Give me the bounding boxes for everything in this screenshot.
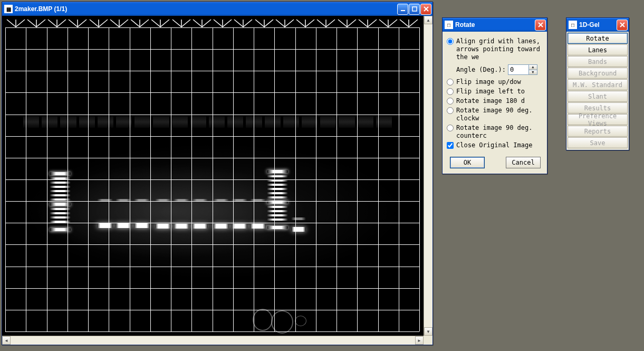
lane-arrow-icon (399, 18, 419, 28)
radio-flip-updown-label: Flip image up/dow (456, 78, 521, 86)
radio-rotate-90ccw-label: Rotate image 90 deg. counterc (456, 124, 544, 140)
angle-spinner[interactable]: ▲ ▼ (508, 64, 537, 75)
minimize-button[interactable] (397, 4, 408, 15)
radio-align-grid-input[interactable] (447, 38, 454, 45)
lane-arrow-icon (26, 18, 46, 28)
scroll-h-track[interactable] (11, 336, 415, 345)
lane-arrow-icon (89, 18, 109, 28)
maximize-button[interactable] (409, 4, 420, 15)
image-client-area: ◄ ► ▲ ▼ (2, 16, 432, 345)
gel-image (2, 16, 424, 336)
toolbox-button-preference-views: Preference Views (568, 114, 628, 125)
rotate-dialog-titlebar[interactable]: □ Rotate (443, 18, 547, 32)
scroll-down-button[interactable]: ▼ (424, 327, 432, 336)
lane-arrow-icon (337, 18, 357, 28)
radio-flip-leftto-input[interactable] (447, 88, 454, 95)
lane-arrow-icon (47, 18, 67, 28)
scroll-v-track[interactable] (424, 24, 432, 327)
radio-align-grid[interactable]: Align grid with lanes, arrows pointing t… (447, 37, 544, 61)
gel-image-viewport[interactable] (2, 16, 424, 336)
ok-button[interactable]: OK (450, 157, 485, 168)
lane-arrow-icon (295, 18, 315, 28)
image-window-title: 2maker.BMP (1/1) (15, 5, 397, 13)
rotate-dialog-icon: □ (445, 21, 453, 29)
rotate-dialog: □ Rotate Align grid with lanes, arrows p… (442, 17, 547, 174)
lane-arrow-icon (358, 18, 378, 28)
toolbox-button-lanes[interactable]: Lanes (568, 44, 628, 55)
lane-arrow-icon (171, 18, 191, 28)
rotate-dialog-close-button[interactable] (535, 20, 546, 31)
radio-flip-leftto[interactable]: Flip image left to (447, 88, 544, 96)
toolbox-button-bands: Bands (568, 56, 628, 67)
checkbox-close-original-label: Close Original Image (456, 141, 533, 149)
close-button[interactable] (420, 4, 431, 15)
gel-toolbox-body: RotateLanesBandsBackgroundM.W. StandardS… (566, 32, 629, 150)
radio-rotate-90cw[interactable]: Rotate image 90 deg. clockw (447, 107, 544, 122)
radio-rotate-180-label: Rotate image 180 d (456, 97, 525, 105)
checkbox-close-original[interactable]: Close Original Image (447, 141, 544, 149)
lane-arrow-icon (109, 18, 129, 28)
image-window-titlebar[interactable]: ▦ 2maker.BMP (1/1) (2, 2, 432, 16)
gel-toolbox-title: 1D-Gel (579, 21, 617, 29)
rotate-dialog-title: Rotate (455, 21, 535, 29)
lane-arrow-icon (378, 18, 398, 28)
lane-arrow-icon (254, 18, 274, 28)
toolbox-button-m-w-standard: M.W. Standard (568, 79, 628, 90)
radio-flip-leftto-label: Flip image left to (456, 88, 525, 96)
gel-toolbox-close-button[interactable] (617, 20, 628, 31)
radio-rotate-90cw-label: Rotate image 90 deg. clockw (456, 107, 544, 122)
radio-flip-updown-input[interactable] (447, 79, 454, 86)
svg-rect-0 (401, 10, 405, 11)
radio-rotate-90cw-input[interactable] (447, 107, 454, 114)
radio-flip-updown[interactable]: Flip image up/dow (447, 78, 544, 86)
lane-arrow-icon (192, 18, 212, 28)
vertical-scrollbar[interactable]: ▲ ▼ (424, 16, 432, 336)
scroll-up-button[interactable]: ▲ (424, 16, 432, 24)
angle-label: Angle (Deg.): (456, 66, 506, 73)
lane-arrow-icon (316, 18, 336, 28)
toolbox-button-reports: Reports (568, 126, 628, 137)
angle-spin-up[interactable]: ▲ (528, 65, 537, 70)
gel-toolbox-window: □ 1D-Gel RotateLanesBandsBackgroundM.W. … (566, 17, 629, 150)
svg-rect-1 (412, 7, 417, 11)
scroll-left-button[interactable]: ◄ (2, 336, 11, 345)
toolbox-button-background: Background (568, 68, 628, 79)
scroll-right-button[interactable]: ► (415, 336, 424, 345)
checkbox-close-original-input[interactable] (447, 142, 454, 149)
radio-align-grid-label: Align grid with lanes, (456, 37, 540, 45)
radio-rotate-90ccw[interactable]: Rotate image 90 deg. counterc (447, 124, 544, 140)
lane-arrow-icon (233, 18, 253, 28)
toolbox-button-rotate[interactable]: Rotate (568, 33, 628, 44)
lane-arrow-icon (213, 18, 233, 28)
angle-input[interactable] (508, 65, 528, 74)
gel-toolbox-icon: □ (569, 21, 577, 29)
lane-arrow-icon (68, 18, 88, 28)
angle-spin-down[interactable]: ▼ (528, 70, 537, 75)
gel-toolbox-titlebar[interactable]: □ 1D-Gel (566, 18, 629, 32)
horizontal-scrollbar[interactable]: ◄ ► (2, 336, 424, 345)
radio-align-grid-sublabel: arrows pointing toward the we (456, 45, 540, 61)
radio-rotate-90ccw-input[interactable] (447, 125, 454, 131)
image-window-icon: ▦ (4, 5, 13, 13)
lane-arrow-icon (150, 18, 170, 28)
cancel-button[interactable]: Cancel (506, 157, 541, 168)
scroll-corner (424, 336, 432, 345)
lane-arrow-icon (130, 18, 150, 28)
toolbox-button-slant: Slant (568, 91, 628, 102)
lane-arrow-icon (275, 18, 295, 28)
image-window: ▦ 2maker.BMP (1/1) (2, 2, 433, 345)
radio-rotate-180[interactable]: Rotate image 180 d (447, 97, 544, 105)
radio-rotate-180-input[interactable] (447, 98, 454, 105)
toolbox-button-save: Save (568, 137, 628, 148)
lane-arrow-icon (6, 18, 26, 28)
